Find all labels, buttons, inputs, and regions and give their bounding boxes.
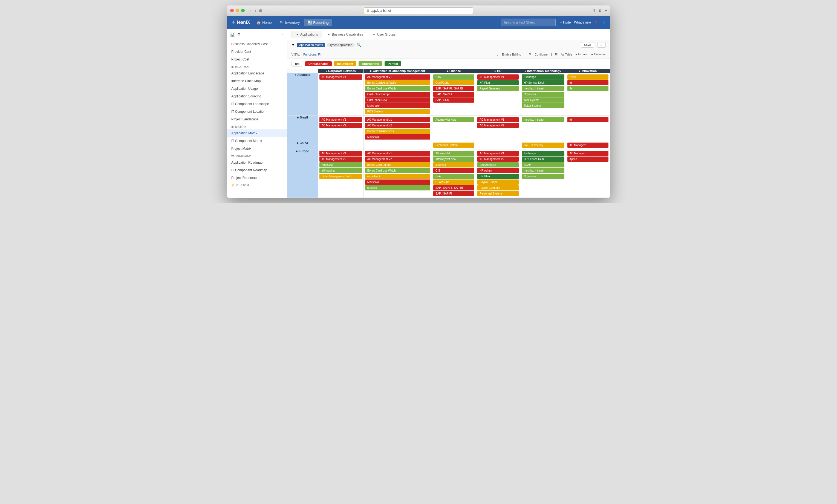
app-badge[interactable]: AC Management V2 <box>319 123 362 128</box>
col-header-innovation[interactable]: ▸ Innovation <box>566 69 610 73</box>
app-badge[interactable]: Applic <box>567 157 608 162</box>
sidebar-item-app-matrix[interactable]: Application Matrix <box>227 129 287 137</box>
app-badge[interactable]: Mailsnake <box>365 134 430 140</box>
help-button[interactable]: ❓ <box>594 20 598 24</box>
app-badge[interactable]: Personnel System <box>433 143 474 148</box>
sidebar-filter-button[interactable]: ⚗ <box>237 32 241 37</box>
app-badge[interactable]: eShopping <box>319 168 362 173</box>
row-header-china[interactable]: ▸ China <box>287 141 318 149</box>
expand-link[interactable]: ▸ Expand <box>576 53 588 56</box>
app-badge[interactable]: BYOD Directory <box>522 143 564 148</box>
app-badge[interactable]: CustEchoe Europe <box>365 92 430 97</box>
sidebar-item-app-sourcing[interactable]: Application Sourcing <box>227 92 287 100</box>
app-badge[interactable]: HR Plan <box>477 80 518 85</box>
app-badge[interactable]: Je <box>567 86 608 91</box>
user-menu-button[interactable]: 👤 <box>602 20 606 24</box>
sidebar-item-it-component-roadmap[interactable]: IT Component Roadmap <box>227 166 287 174</box>
app-badge[interactable]: AC Management V2 <box>477 123 518 128</box>
app-badge[interactable]: audimex <box>433 162 474 167</box>
app-badge[interactable]: Bonus Card Asia/Pacific <box>365 80 430 85</box>
sidebar-collapse-button[interactable]: « <box>282 33 284 36</box>
app-badge[interactable]: AC Management V1 <box>365 74 430 79</box>
sidebar-item-business-capability-cost[interactable]: Business Capability Cost <box>227 40 287 48</box>
app-badge[interactable]: HP Service Desk <box>522 157 564 162</box>
app-badge[interactable]: AC Management V1 <box>477 117 518 122</box>
maximize-button[interactable] <box>241 9 245 12</box>
app-badge[interactable]: AC Management V1 <box>319 117 362 122</box>
app-badge[interactable]: Exchange <box>522 151 564 156</box>
app-badge[interactable]: Bonus Card Use Watch <box>365 86 430 91</box>
app-badge[interactable]: POS System <box>365 109 430 114</box>
app-badge[interactable]: AC Management V1 <box>477 151 518 156</box>
app-badge[interactable]: AttorneyNet New <box>433 117 474 122</box>
app-badge[interactable]: OLAPCube <box>433 80 474 85</box>
app-badge[interactable]: Odysseus <box>522 92 564 97</box>
url-bar[interactable]: 🔒 app.leanix.net <box>364 7 473 14</box>
sidebar-item-app-usage[interactable]: Application Usage <box>227 85 287 92</box>
row-header-australia[interactable]: ▸ Australia <box>287 73 318 116</box>
app-badge[interactable]: Exchange <box>522 74 564 79</box>
sidebar-item-project-roadmap[interactable]: Project Roadmap <box>227 174 287 182</box>
app-badge[interactable]: Odysseus <box>522 174 564 179</box>
app-badge[interactable]: CustEchoe New <box>365 97 430 103</box>
col-header-crm[interactable]: ▸ Customer Relationship Management <box>363 69 432 73</box>
new-tab-button[interactable]: ⧉ <box>599 8 601 13</box>
app-badge[interactable]: Order Management Tool <box>319 174 362 179</box>
app-badge[interactable]: AC Management V1 <box>365 151 430 156</box>
sidebar-item-project-matrix[interactable]: Project Matrix <box>227 145 287 152</box>
whats-new-button[interactable]: What's new <box>574 20 591 24</box>
app-badge[interactable]: Payroll Germany <box>477 86 518 91</box>
row-header-europe[interactable]: ▸ Europe <box>287 149 318 198</box>
app-badge[interactable]: AC Managem <box>567 151 608 156</box>
app-badge[interactable]: Payroll Germany <box>477 185 518 191</box>
sidebar-item-interface-circle-map[interactable]: Interface Circle Map <box>227 77 287 85</box>
app-badge[interactable]: Bonus Card Americas <box>365 129 430 134</box>
app-badge[interactable]: Mailsnake <box>365 103 430 108</box>
app-badge[interactable]: AC Management V1 <box>365 117 430 122</box>
back-button[interactable]: ‹ <box>249 8 253 13</box>
app-badge[interactable]: Bonus Card Use Watch <box>365 168 430 173</box>
app-badge[interactable]: HR Plan <box>477 174 518 179</box>
sidebar-item-app-roadmap[interactable]: Application Roadmap <box>227 159 287 166</box>
app-badge[interactable]: AC Managem <box>567 143 608 148</box>
app-badge[interactable]: CoA <box>433 174 474 179</box>
app-badge[interactable]: AC Management V2 <box>319 157 362 162</box>
app-badge[interactable]: AC Management V1 <box>477 74 518 79</box>
app-badge[interactable]: CIS <box>433 168 474 173</box>
app-badge[interactable]: SAP FSCM <box>433 97 474 103</box>
invite-button[interactable]: + Invite <box>560 20 571 24</box>
sidebar-item-project-cost[interactable]: Project Cost <box>227 56 287 63</box>
sidebar-item-it-component-landscape[interactable]: IT Component Landscape <box>227 100 287 108</box>
app-badge[interactable]: SAP / SAP FI <box>433 191 474 196</box>
app-badge[interactable]: nutshell <box>365 185 430 191</box>
nav-home[interactable]: 🏠 Home <box>253 19 275 26</box>
close-button[interactable] <box>230 9 234 12</box>
save-button[interactable]: Save <box>581 42 594 48</box>
sidebar-item-it-component-location[interactable]: IT Component Location <box>227 108 287 115</box>
app-badge[interactable]: Mailsnake <box>365 180 430 185</box>
app-badge[interactable]: EmpAppraise <box>477 162 518 167</box>
view-toggle-button[interactable]: ⊞ <box>259 8 262 13</box>
app-badge[interactable]: LDAP <box>522 162 564 167</box>
app-badge[interactable]: meshlab Intranet <box>522 86 564 91</box>
app-badge[interactable]: AutoCAD <box>319 162 362 167</box>
global-search-input[interactable] <box>501 19 556 26</box>
app-badge[interactable]: AC Management V2 <box>477 157 518 162</box>
col-header-finance[interactable]: ▸ Finance <box>432 69 476 73</box>
logo[interactable]: ✦ leanIX <box>231 19 250 25</box>
app-badge[interactable]: Id <box>567 117 608 122</box>
toolbar-search-button[interactable]: 🔍 <box>357 43 361 47</box>
more-options-button[interactable]: ... <box>597 42 606 48</box>
forward-button[interactable]: › <box>254 8 257 13</box>
col-header-hr[interactable]: ▸ HR <box>476 69 520 73</box>
add-tab-button[interactable]: + <box>605 8 607 13</box>
app-badge[interactable]: AttorneyNet <box>433 151 474 156</box>
app-badge[interactable]: Bonus Card Europe <box>365 162 430 167</box>
app-badge[interactable]: Payroll Europe <box>477 180 518 185</box>
app-badge[interactable]: issueTrack <box>365 174 430 179</box>
app-badge[interactable]: meshlab Intranet <box>522 168 564 173</box>
app-badge[interactable]: CoA <box>433 74 474 79</box>
configure-link[interactable]: Configure <box>535 53 548 56</box>
app-badge[interactable]: AC Management V1 <box>319 74 362 79</box>
app-badge[interactable]: AC Management V2 <box>365 157 430 162</box>
